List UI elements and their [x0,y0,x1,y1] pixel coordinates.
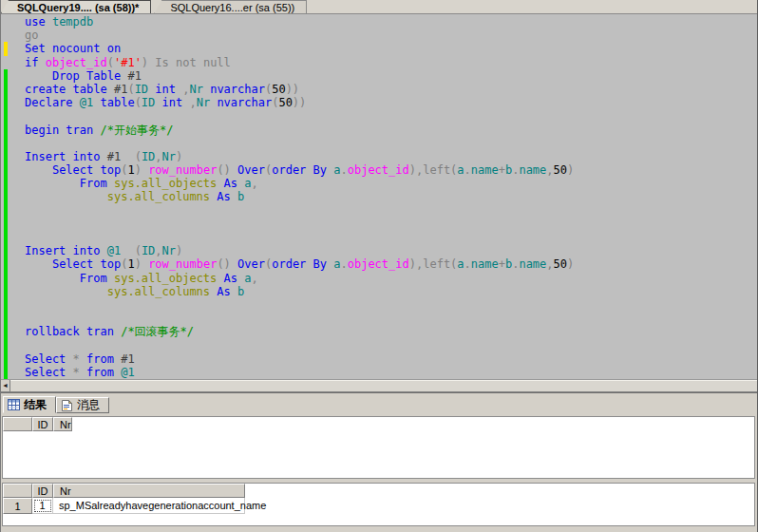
code-token[interactable] [66,366,72,379]
code-token[interactable]: , [182,96,196,109]
code-token[interactable]: b [237,190,244,203]
code-token[interactable] [93,124,100,137]
code-token[interactable]: into [73,150,101,163]
sql-editor[interactable]: use tempdbgoSet nocount onif object_id('… [1,14,757,379]
code-line[interactable]: create table #1(ID int ,Nr nvarchar(50)) [25,83,756,96]
code-token[interactable] [231,285,237,298]
code-token[interactable] [231,163,237,177]
code-token[interactable]: As [217,190,230,203]
code-token[interactable]: a [457,163,464,177]
code-area[interactable]: use tempdbgoSet nocount onif object_id('… [12,15,756,379]
tab-results[interactable]: 结果 [3,396,56,413]
code-token[interactable] [306,163,313,177]
code-token[interactable]: tran [66,124,93,137]
code-token[interactable]: ), [409,163,423,177]
code-token[interactable]: /*开始事务*/ [101,124,174,137]
code-token[interactable] [93,163,100,177]
code-token[interactable] [93,257,100,271]
code-token[interactable]: tran [86,325,114,338]
code-token[interactable]: ( [135,96,142,109]
code-line[interactable]: From sys.all_objects As a, [25,177,756,190]
code-token[interactable]: table [101,96,135,109]
code-line[interactable]: Insert into @1 (ID,Nr) [25,244,756,257]
code-token[interactable]: , [155,244,161,257]
code-token[interactable]: As [217,285,230,298]
code-token[interactable]: name [519,257,546,271]
code-token[interactable] [101,42,107,55]
code-token[interactable]: , [251,272,257,285]
code-token[interactable]: Nr [189,83,202,96]
code-line[interactable]: Select * from @1 [25,366,756,379]
code-token[interactable]: nvarchar [217,96,272,109]
code-token[interactable]: tempdb [52,15,93,28]
code-token[interactable] [101,150,107,163]
code-token[interactable] [25,177,80,190]
code-line[interactable] [25,109,756,123]
code-token[interactable] [155,96,161,109]
code-line[interactable] [25,137,756,150]
code-line[interactable]: From sys.all_objects As a, [25,272,756,285]
code-token[interactable]: Nr [197,96,210,109]
code-token[interactable]: table [73,83,107,96]
code-token[interactable]: + [499,257,505,271]
code-token[interactable]: sys.all_objects [114,177,217,190]
code-token[interactable]: nvarchar [210,83,265,96]
code-token[interactable]: ) [176,244,182,257]
code-token[interactable] [80,352,86,366]
code-token[interactable]: Nr [162,150,176,163]
code-token[interactable] [66,352,72,366]
code-token[interactable]: Insert [25,150,66,163]
code-token[interactable]: top [101,163,122,177]
code-token[interactable]: name [471,257,499,271]
code-token[interactable]: a [457,257,464,271]
code-token[interactable]: Set [25,42,46,55]
code-token[interactable]: By [313,163,327,177]
code-line[interactable]: if object_id('#1') Is not null [25,56,756,69]
code-token[interactable]: @1 [80,96,93,109]
code-token[interactable]: Select [52,257,93,271]
code-line[interactable]: go [25,28,756,42]
code-token[interactable] [25,190,107,203]
code-token[interactable] [231,257,237,271]
code-token[interactable]: Over [237,257,265,271]
code-token[interactable]: . [340,163,347,177]
code-token[interactable]: rollback [25,325,80,338]
code-token[interactable]: )) [286,83,299,96]
editor-horizontal-scrollbar[interactable]: ◄ [1,379,757,392]
code-token[interactable]: #1 [107,150,121,163]
code-token[interactable]: sys.all_objects [114,272,217,285]
code-token[interactable] [231,190,237,203]
column-header[interactable]: Nr [53,484,245,498]
code-token[interactable]: ID [142,244,155,257]
corner-header[interactable] [3,484,32,498]
code-line[interactable] [25,339,756,352]
code-token[interactable]: ) [142,56,148,69]
code-token[interactable] [80,366,86,379]
tab-sqlquery16[interactable]: SQLQuery16....er (sa (55)) [154,0,307,13]
code-token[interactable] [107,177,114,190]
code-token[interactable]: int [155,83,176,96]
code-token[interactable]: 1 [127,257,134,271]
code-token[interactable]: , [546,257,553,271]
code-token[interactable]: #1 [121,352,134,366]
code-token[interactable]: ) [135,163,142,177]
code-line[interactable] [25,312,756,325]
code-token[interactable]: () [217,257,230,271]
code-token[interactable]: From [80,177,107,190]
code-token[interactable] [217,272,223,285]
code-token[interactable]: , [251,177,257,190]
column-header[interactable]: ID [32,484,53,498]
code-token[interactable]: ) [176,150,182,163]
code-line[interactable]: begin tran /*开始事务*/ [25,124,756,137]
code-token[interactable]: Is not null [155,56,230,69]
code-token[interactable] [121,150,134,163]
code-token[interactable]: Table [86,69,121,83]
code-token[interactable] [101,244,107,257]
code-token[interactable] [25,69,52,83]
column-header[interactable]: Nr [53,417,72,431]
code-token[interactable] [80,69,86,83]
code-token[interactable] [38,56,45,69]
code-token[interactable]: . [340,257,347,271]
code-token[interactable]: @1 [107,244,121,257]
code-token[interactable] [25,272,80,285]
